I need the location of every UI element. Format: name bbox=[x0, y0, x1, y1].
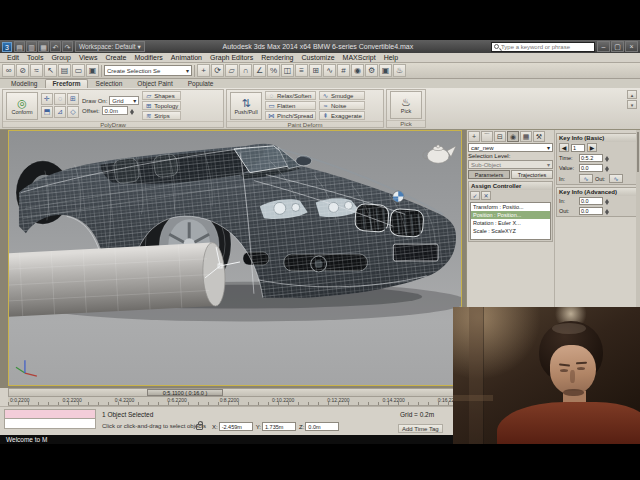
conform-brush-icon[interactable]: ◌ bbox=[54, 93, 66, 105]
menu-item[interactable]: Graph Editors bbox=[206, 53, 257, 62]
selection-lock-icon[interactable] bbox=[196, 424, 203, 430]
push-pull-button[interactable]: ⇅ Push/Pull bbox=[230, 92, 262, 120]
menu-item[interactable]: Modifiers bbox=[130, 53, 166, 62]
controller-item[interactable]: Position : Position... bbox=[471, 211, 550, 219]
menu-item[interactable]: Rendering bbox=[257, 53, 297, 62]
rollout-header[interactable]: Key Info (Advanced) bbox=[557, 188, 638, 196]
pick-button[interactable]: ♨ Pick bbox=[390, 91, 422, 119]
ribbon-tab[interactable]: Selection bbox=[89, 79, 130, 88]
save-file-icon[interactable]: ▦ bbox=[38, 41, 49, 52]
trajectories-button[interactable]: Trajectories bbox=[511, 170, 553, 179]
align-icon[interactable]: ≡ bbox=[295, 64, 308, 77]
draw-on-select[interactable]: Grid ▾ bbox=[109, 96, 139, 105]
axis-value-input[interactable]: 0.0m bbox=[305, 422, 339, 431]
controller-item[interactable]: Rotation : Euler X... bbox=[471, 219, 550, 227]
ribbon-tab[interactable]: Modeling bbox=[4, 79, 44, 88]
menu-item[interactable]: Create bbox=[101, 53, 130, 62]
rollout-header[interactable]: Assign Controller bbox=[469, 182, 552, 190]
redo-icon[interactable]: ↷ bbox=[62, 41, 73, 52]
panel-title[interactable]: PolyDraw bbox=[3, 121, 223, 129]
ribbon-tab[interactable]: Populate bbox=[181, 79, 221, 88]
schematic-view-icon[interactable]: # bbox=[337, 64, 350, 77]
drag-tool-icon[interactable]: ✛ bbox=[41, 93, 53, 105]
display-tab[interactable]: ▦ bbox=[520, 131, 532, 142]
out-field[interactable]: 0.0 bbox=[579, 207, 603, 215]
add-time-tag-button[interactable]: Add Time Tag bbox=[398, 424, 443, 433]
rendered-frame-icon[interactable]: ▣ bbox=[379, 64, 392, 77]
modify-tab[interactable]: ⌒ bbox=[481, 131, 493, 142]
snap-toggle-icon[interactable]: ∩ bbox=[239, 64, 252, 77]
unlink-icon[interactable]: ⊘ bbox=[16, 64, 29, 77]
select-by-name-icon[interactable]: ▤ bbox=[58, 64, 71, 77]
workspace-selector[interactable]: Workspace: Default ▾ bbox=[75, 41, 145, 52]
angle-snap-icon[interactable]: ∠ bbox=[253, 64, 266, 77]
listener-script-line[interactable] bbox=[4, 419, 96, 429]
rollout-header[interactable]: Key Info (Basic) bbox=[557, 134, 638, 142]
named-selection-set-combo[interactable]: Create Selection Se ▾ bbox=[104, 65, 192, 76]
time-slider[interactable]: 0:5.1100 ( 0:16.0 ) bbox=[8, 388, 462, 397]
in-spinner[interactable] bbox=[605, 197, 610, 205]
ribbon-tab[interactable]: Object Paint bbox=[130, 79, 179, 88]
polydraw-toggle-button[interactable]: ≋ Strips bbox=[142, 111, 181, 120]
material-editor-icon[interactable]: ◉ bbox=[351, 64, 364, 77]
track-bar[interactable]: 0:0.22000:2.22000:4.22000:6.22000:8.2200… bbox=[8, 397, 462, 406]
assign-controller-icon[interactable]: ✓ bbox=[470, 191, 480, 200]
open-file-icon[interactable]: ▥ bbox=[26, 41, 37, 52]
select-and-scale-icon[interactable]: ▱ bbox=[225, 64, 238, 77]
menu-item[interactable]: Edit bbox=[3, 53, 23, 62]
paint-deform-button[interactable]: ◌ Relax/Soften bbox=[265, 91, 316, 100]
maxscript-mini-listener[interactable] bbox=[4, 409, 96, 429]
menu-item[interactable]: Customize bbox=[297, 53, 338, 62]
ribbon-tab[interactable]: Freeform bbox=[45, 79, 87, 88]
menu-item[interactable]: Animation bbox=[167, 53, 206, 62]
polydraw-toggle-button[interactable]: ▱ Shapes bbox=[142, 91, 181, 100]
menu-item[interactable]: MAXScript bbox=[339, 53, 380, 62]
render-production-icon[interactable]: ♨ bbox=[393, 64, 406, 77]
offset-spinner[interactable]: 0.0m bbox=[102, 106, 128, 115]
conform-button[interactable]: ◎ Conform bbox=[6, 92, 38, 120]
search-input[interactable] bbox=[501, 43, 592, 51]
new-scene-icon[interactable]: ▤ bbox=[14, 41, 25, 52]
time-field[interactable]: 0:5.2 bbox=[579, 154, 603, 162]
sub-object-combo[interactable]: Sub-Object ▾ bbox=[468, 160, 553, 169]
paint-deform-button[interactable]: ⇞ Exaggerate bbox=[319, 111, 365, 120]
value-field[interactable]: 0.0 bbox=[579, 164, 603, 172]
paint-deform-button[interactable]: ▭ Flatten bbox=[265, 101, 316, 110]
polydraw-toggle-button[interactable]: ⊞ Topology bbox=[142, 101, 181, 110]
search-box[interactable] bbox=[491, 42, 595, 52]
offset-spin-arrows[interactable] bbox=[130, 107, 135, 115]
create-tab[interactable]: + bbox=[468, 131, 480, 142]
select-and-move-icon[interactable]: + bbox=[197, 64, 210, 77]
motion-tab[interactable]: ◉ bbox=[507, 131, 519, 142]
optimize-icon[interactable]: ⊿ bbox=[54, 106, 66, 118]
window-crossing-icon[interactable]: ▣ bbox=[86, 64, 99, 77]
curve-editor-icon[interactable]: ∿ bbox=[323, 64, 336, 77]
paint-deform-button[interactable]: ≈ Noise bbox=[319, 101, 365, 110]
menu-item[interactable]: Tools bbox=[23, 53, 47, 62]
render-setup-icon[interactable]: ⚙ bbox=[365, 64, 378, 77]
panel-title[interactable]: Paint Deform bbox=[227, 121, 383, 129]
parameters-button[interactable]: Parameters bbox=[468, 170, 510, 179]
minimize-button[interactable]: – bbox=[597, 41, 610, 52]
ribbon-minimize-button[interactable]: ▴ bbox=[627, 90, 637, 99]
utilities-tab[interactable]: ⚒ bbox=[533, 131, 545, 142]
key-number-field[interactable]: 1 bbox=[571, 144, 585, 152]
step-build-icon[interactable]: ⊞ bbox=[67, 93, 79, 105]
axis-value-input[interactable]: -2.459m bbox=[219, 422, 253, 431]
controller-item[interactable]: Scale : ScaleXYZ bbox=[471, 227, 550, 235]
menu-item[interactable]: Group bbox=[47, 53, 74, 62]
percent-snap-icon[interactable]: % bbox=[267, 64, 280, 77]
extend-icon[interactable]: ⬒ bbox=[41, 106, 53, 118]
undo-icon[interactable]: ↶ bbox=[50, 41, 61, 52]
select-link-icon[interactable]: ∞ bbox=[2, 64, 15, 77]
menu-item[interactable]: Views bbox=[75, 53, 102, 62]
delete-controller-icon[interactable]: ✕ bbox=[481, 191, 491, 200]
axis-value-input[interactable]: 1.735m bbox=[262, 422, 296, 431]
prev-key-button[interactable]: ◀ bbox=[559, 143, 569, 152]
solve-surface-icon[interactable]: ◇ bbox=[67, 106, 79, 118]
hierarchy-tab[interactable]: ⊟ bbox=[494, 131, 506, 142]
listener-macro-line[interactable] bbox=[4, 409, 96, 419]
ribbon-config-button[interactable]: ▾ bbox=[627, 100, 637, 109]
controller-item[interactable]: Transform : Positio... bbox=[471, 203, 550, 211]
maximize-button[interactable]: ▢ bbox=[611, 41, 624, 52]
